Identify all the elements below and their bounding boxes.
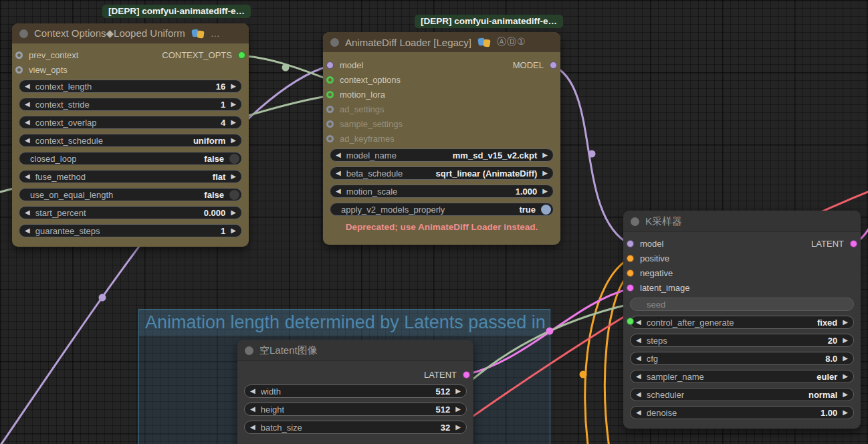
widget-sampler-name[interactable]: ◀sampler_nameeuler▶: [630, 370, 854, 383]
widget-closed-loop[interactable]: closed_loopfalse: [19, 152, 242, 165]
widget-control-after-generate[interactable]: ◀control_after_generatefixed▶: [630, 316, 854, 329]
decrement-arrow-icon[interactable]: ◀: [336, 170, 341, 177]
output-latent[interactable]: LATENT: [811, 239, 857, 249]
increment-arrow-icon[interactable]: ▶: [455, 388, 461, 395]
output-model[interactable]: MODEL: [513, 60, 557, 70]
toggle-knob-icon[interactable]: [541, 205, 551, 215]
widget-scheduler[interactable]: ◀schedulernormal▶: [630, 388, 854, 401]
output-latent[interactable]: LATENT: [424, 370, 470, 380]
model-dot[interactable]: [326, 62, 334, 69]
widget-width[interactable]: ◀width512▶: [244, 384, 467, 398]
increment-arrow-icon[interactable]: ▶: [455, 406, 461, 413]
decrement-arrow-icon[interactable]: ◀: [636, 373, 641, 380]
increment-arrow-icon[interactable]: ▶: [231, 173, 236, 180]
toggle-knob-icon[interactable]: [229, 154, 239, 164]
widget-apply-v2-models[interactable]: apply_v2_models_properlytrue: [330, 203, 554, 216]
collapse-dot-icon[interactable]: [631, 217, 639, 226]
CONTEXT_OPTS-dot[interactable]: [238, 51, 245, 59]
input-ad-settings[interactable]: ad_settings: [326, 104, 385, 114]
model-dot[interactable]: [627, 240, 634, 247]
decrement-arrow-icon[interactable]: ◀: [25, 119, 30, 126]
widget-value[interactable]: fixed: [817, 318, 837, 328]
LATENT-dot[interactable]: [463, 371, 470, 378]
widget-value[interactable]: 4: [221, 118, 225, 128]
increment-arrow-icon[interactable]: ▶: [843, 391, 848, 398]
widget-value[interactable]: euler: [817, 372, 837, 382]
widget-context-length[interactable]: ◀context_length16▶: [19, 80, 242, 93]
latent_image-dot[interactable]: [627, 284, 634, 292]
node-animatediff-loader[interactable]: AnimateDiff Loader [Legacy] ⒶⒹ① model MO…: [323, 32, 560, 245]
increment-arrow-icon[interactable]: ▶: [231, 101, 236, 108]
ad_keyframes-dot[interactable]: [326, 135, 334, 142]
widget-batch-size[interactable]: ◀batch_size32▶: [244, 421, 467, 434]
widget-value[interactable]: 1.000: [516, 187, 538, 197]
widget-height[interactable]: ◀height512▶: [244, 403, 467, 416]
increment-arrow-icon[interactable]: ▶: [231, 119, 236, 126]
decrement-arrow-icon[interactable]: ◀: [336, 152, 341, 158]
increment-arrow-icon[interactable]: ▶: [231, 209, 236, 216]
input-prev-context[interactable]: prev_context: [15, 50, 78, 60]
increment-arrow-icon[interactable]: ▶: [843, 355, 848, 362]
increment-arrow-icon[interactable]: ▶: [231, 83, 236, 90]
widget-guarantee-steps[interactable]: ◀guarantee_steps1▶: [19, 224, 242, 237]
decrement-arrow-icon[interactable]: ◀: [25, 227, 30, 234]
decrement-arrow-icon[interactable]: ◀: [636, 391, 641, 398]
increment-arrow-icon[interactable]: ▶: [231, 227, 236, 234]
widget-value[interactable]: 8.0: [825, 354, 837, 364]
input-model[interactable]: model: [326, 60, 363, 70]
widget-use-on-equal-length[interactable]: use_on_equal_lengthfalse: [19, 188, 242, 201]
increment-arrow-icon[interactable]: ▶: [542, 188, 548, 195]
increment-arrow-icon[interactable]: ▶: [542, 170, 548, 177]
decrement-arrow-icon[interactable]: ◀: [250, 424, 255, 431]
widget-value[interactable]: 20: [828, 336, 837, 346]
widget-value[interactable]: uniform: [193, 136, 225, 146]
widget-value[interactable]: 1.00: [821, 408, 837, 418]
decrement-arrow-icon[interactable]: ◀: [25, 83, 30, 90]
toggle-knob-icon[interactable]: [229, 190, 239, 200]
positive-dot[interactable]: [627, 255, 634, 262]
widget-cfg[interactable]: ◀cfg8.0▶: [630, 352, 854, 365]
sample_settings-dot[interactable]: [326, 120, 334, 128]
decrement-arrow-icon[interactable]: ◀: [636, 337, 641, 344]
widget-value[interactable]: 1: [221, 226, 225, 236]
negative-dot[interactable]: [627, 269, 634, 277]
widget-value[interactable]: flat: [213, 172, 226, 182]
node-header[interactable]: K采样器: [623, 211, 861, 232]
motion_lora-dot[interactable]: [326, 91, 334, 98]
increment-arrow-icon[interactable]: ▶: [843, 319, 848, 326]
decrement-arrow-icon[interactable]: ◀: [336, 188, 341, 195]
view_opts-dot[interactable]: [15, 66, 23, 74]
widget-value[interactable]: 512: [436, 386, 451, 397]
prev_context-dot[interactable]: [15, 51, 23, 59]
widget-value[interactable]: normal: [808, 390, 837, 400]
widget-fuse-method[interactable]: ◀fuse_methodflat▶: [19, 170, 242, 183]
widget-start-percent[interactable]: ◀start_percent0.000▶: [19, 206, 242, 219]
input-seed[interactable]: [627, 318, 640, 325]
increment-arrow-icon[interactable]: ▶: [843, 337, 848, 344]
node-context-options[interactable]: Context Options◆Looped Uniform … prev_co…: [12, 23, 249, 247]
node-header[interactable]: Context Options◆Looped Uniform …: [12, 23, 249, 43]
decrement-arrow-icon[interactable]: ◀: [250, 406, 255, 413]
node-header[interactable]: AnimateDiff Loader [Legacy] ⒶⒹ①: [323, 32, 560, 52]
group-title[interactable]: Animation length determined by Latents p…: [139, 310, 550, 336]
widget-context-schedule[interactable]: ◀context_scheduleuniform▶: [19, 134, 242, 147]
input-view-opts[interactable]: view_opts: [15, 65, 68, 75]
LATENT-dot[interactable]: [850, 240, 857, 247]
collapse-dot-icon[interactable]: [330, 38, 339, 47]
ad_settings-dot[interactable]: [326, 106, 334, 113]
increment-arrow-icon[interactable]: ▶: [843, 373, 848, 380]
widget-context-stride[interactable]: ◀context_stride1▶: [19, 98, 242, 111]
input-motion-lora[interactable]: motion_lora: [326, 90, 385, 100]
increment-arrow-icon[interactable]: ▶: [231, 137, 236, 144]
widget-denoise[interactable]: ◀denoise1.00▶: [630, 406, 854, 419]
collapse-dot-icon[interactable]: [19, 29, 28, 38]
widget-value[interactable]: 32: [441, 423, 450, 433]
widget-value[interactable]: sqrt_linear (AnimateDiff): [436, 169, 538, 179]
decrement-arrow-icon[interactable]: ◀: [25, 137, 30, 144]
widget-context-overlap[interactable]: ◀context_overlap4▶: [19, 116, 242, 129]
input-model[interactable]: model: [627, 239, 663, 249]
port-dot[interactable]: [627, 318, 634, 325]
node-empty-latent[interactable]: 空Latent图像 LATENT ◀width512▶ ◀height512▶ …: [237, 340, 473, 444]
widget-steps[interactable]: ◀steps20▶: [630, 334, 854, 347]
input-ad-keyframes[interactable]: ad_keyframes: [326, 134, 395, 144]
